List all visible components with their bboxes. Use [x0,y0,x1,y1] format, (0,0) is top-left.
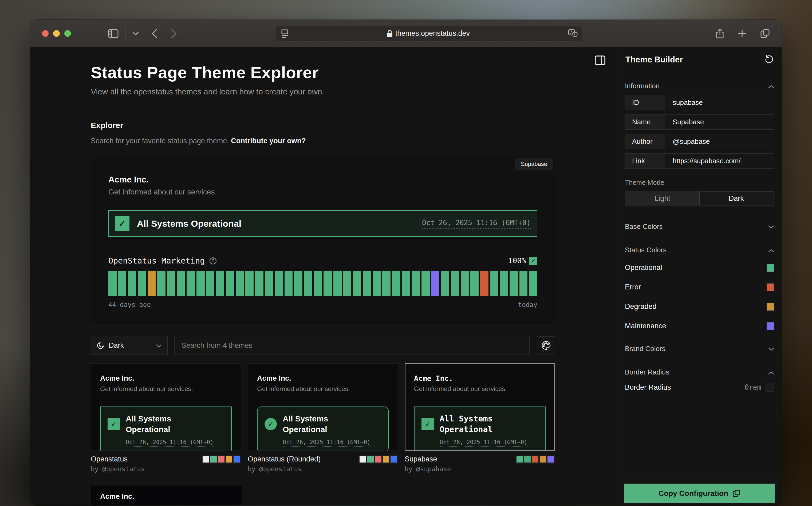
uptime-bar-operational[interactable] [187,271,195,296]
sidebar-toggle-icon[interactable] [108,29,119,38]
uptime-bar-operational[interactable] [500,271,508,296]
status-color-swatch[interactable] [766,303,774,311]
panel-toggle-icon[interactable] [595,56,605,66]
uptime-bar-operational[interactable] [255,271,264,296]
close-button[interactable] [42,30,49,37]
tab-overview-icon[interactable] [760,28,770,39]
uptime-bar-operational[interactable] [470,271,478,296]
border-radius-swatch[interactable] [765,383,774,392]
contribute-link[interactable]: Contribute your own? [231,137,306,145]
uptime-bar-operational[interactable] [529,271,537,296]
status-color-swatch[interactable] [766,283,774,291]
theme-mode-option-dark[interactable]: Dark [699,191,773,205]
info-row-value[interactable]: @supabase [665,134,774,149]
theme-card-openstatus[interactable]: Acme Inc.Get informed about our services… [91,363,241,451]
uptime-bar-operational[interactable] [197,271,205,296]
uptime-bar-operational[interactable] [363,271,371,296]
uptime-bar-operational[interactable] [226,271,234,296]
theme-search-input[interactable] [174,336,530,355]
back-icon[interactable] [151,29,157,38]
uptime-bar-operational[interactable] [490,271,498,296]
uptime-bar-operational[interactable] [402,271,410,296]
uptime-bar-operational[interactable] [412,271,420,296]
section-base-colors[interactable]: Base Colors [625,220,774,233]
uptime-bar-operational[interactable] [138,271,146,296]
theme-card-partial[interactable]: Acme Inc. Get informed about our service… [91,485,242,505]
card-status-label: All Systems Operational [283,413,360,435]
uptime-bar-operational[interactable] [510,271,518,296]
uptime-bar-operational[interactable] [177,271,185,296]
uptime-bar-operational[interactable] [422,271,430,296]
mode-dropdown-value: Dark [108,341,124,350]
uptime-bar-operational[interactable] [108,271,117,296]
info-row-value[interactable]: supabase [665,95,774,110]
theme-card-openstatus-rounded-[interactable]: Acme Inc.Get informed about our services… [248,363,398,451]
section-information[interactable]: Information [625,80,774,92]
info-row-link: Linkhttps://supabase.com/ [625,153,774,169]
status-banner-timestamp[interactable]: Oct 26, 2025 11:16 (GMT+0) [422,219,531,229]
uptime-bar-operational[interactable] [519,271,528,296]
uptime-bar-operational[interactable] [167,271,175,296]
share-icon[interactable] [716,28,724,39]
new-tab-icon[interactable] [738,28,746,39]
uptime-bar-operational[interactable] [382,271,390,296]
uptime-bar-operational[interactable] [245,271,253,296]
mode-dropdown[interactable]: Dark [91,336,168,355]
uptime-bar-operational[interactable] [265,271,273,296]
info-icon[interactable] [209,257,217,265]
uptime-bar-operational[interactable] [128,271,136,296]
uptime-bar-operational[interactable] [157,271,165,296]
address-bar[interactable]: themes.openstatus.dev A x̂ [276,26,583,41]
uptime-bar-maintenance[interactable] [431,271,440,296]
theme-card-supabase[interactable]: Acme Inc.Get informed about our services… [405,363,555,451]
reset-icon[interactable] [764,55,773,64]
uptime-bar-error[interactable] [480,271,489,296]
status-color-swatch[interactable] [766,264,774,271]
uptime-bar-operational[interactable] [392,271,400,296]
minimize-button[interactable] [53,30,60,37]
chevron-down-icon [156,341,161,350]
uptime-bar-operational[interactable] [118,271,127,296]
explorer-controls: Dark [91,336,555,355]
uptime-bar-degraded[interactable] [148,271,156,296]
theme-color-swatch [203,456,209,462]
theme-name: Openstatus (Rounded) [248,455,320,463]
uptime-bar-operational[interactable] [451,271,459,296]
theme-mode-label: Theme Mode [625,179,774,186]
uptime-bar-operational[interactable] [236,271,244,296]
info-row-value[interactable]: https://supabase.com/ [665,154,774,168]
section-status-colors[interactable]: Status Colors [625,244,774,256]
uptime-bar-operational[interactable] [294,271,302,296]
translate-icon[interactable]: A x̂ [568,29,578,38]
uptime-bar-operational[interactable] [441,271,449,296]
section-border-radius[interactable]: Border Radius [625,366,774,378]
card-status-banner: ✓All Systems OperationalOct 26, 2025 11:… [100,407,232,451]
theme-color-swatch [360,456,366,462]
uptime-bar-operational[interactable] [206,271,215,296]
card-company: Acme Inc. [100,492,233,501]
reader-view-icon[interactable] [281,29,289,38]
uptime-bar-operational[interactable] [323,271,332,296]
uptime-bar-operational[interactable] [353,271,361,296]
border-radius-row-label: Border Radius [625,383,671,392]
uptime-bar-operational[interactable] [334,271,342,296]
uptime-bar-operational[interactable] [314,271,322,296]
status-color-swatch[interactable] [766,323,774,330]
forward-icon[interactable] [171,29,177,38]
uptime-bar-operational[interactable] [373,271,381,296]
palette-button[interactable] [537,336,555,354]
uptime-bar-operational[interactable] [304,271,312,296]
uptime-bar-operational[interactable] [343,271,352,296]
uptime-bar-operational[interactable] [461,271,469,296]
info-row-value[interactable]: Supabase [665,115,774,130]
uptime-bar-operational[interactable] [275,271,283,296]
chevron-down-icon[interactable] [133,32,139,35]
copy-configuration-button[interactable]: Copy Configuration [624,484,774,503]
uptime-bar-operational[interactable] [285,271,293,296]
zoom-button[interactable] [64,30,71,37]
status-row-operational: Operational [625,258,774,277]
card-status-check-icon: ✓ [265,418,277,430]
theme-mode-option-light[interactable]: Light [626,191,699,205]
section-brand-colors[interactable]: Brand Colors [625,342,774,355]
uptime-bar-operational[interactable] [216,271,224,296]
